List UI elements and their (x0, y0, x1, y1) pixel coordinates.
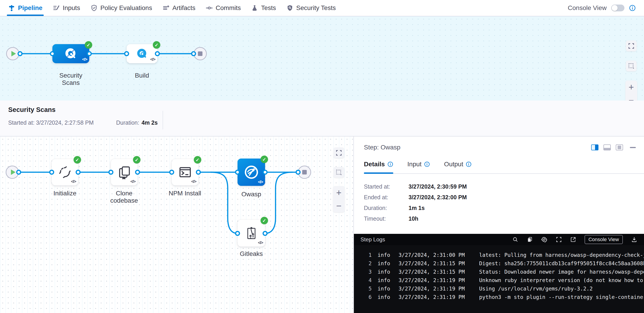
port (155, 51, 160, 56)
search-icon[interactable] (512, 237, 518, 243)
success-badge: ✓ (153, 41, 160, 49)
stage-info-title: Security Scans (8, 106, 644, 113)
log-level: info (378, 252, 392, 258)
play-icon (12, 51, 16, 56)
port (124, 51, 129, 56)
log-timestamp: 3/27/2024, 2:31:19 PM (398, 294, 464, 300)
step-card-clone-codebase[interactable]: ✓ </> (111, 159, 138, 185)
log-timestamp: 3/27/2024, 2:31:19 PM (398, 286, 464, 292)
tab-label: Output (444, 161, 463, 168)
minimize-panel-button[interactable] (630, 147, 636, 148)
console-view-button[interactable]: Console View (584, 235, 623, 244)
success-badge: ✓ (133, 156, 140, 164)
tab-security-tests[interactable]: Security Tests (286, 0, 336, 16)
detail-row: Timeout: 10h (364, 215, 644, 222)
detail-value: 10h (408, 215, 418, 222)
gitleaks-icon (244, 226, 259, 241)
layout-modal-view-button[interactable] (616, 144, 623, 150)
tab-pipeline[interactable]: Pipeline (8, 0, 42, 16)
port (76, 170, 80, 175)
log-level: info (378, 269, 392, 275)
terminal-icon (178, 165, 192, 179)
ci-stage-icon (64, 47, 78, 61)
zoom-in-button[interactable]: + (625, 80, 637, 94)
code-template-icon: </> (258, 179, 263, 185)
info-icon[interactable] (629, 4, 636, 11)
port (191, 51, 196, 56)
tab-inputs[interactable]: Inputs (53, 0, 80, 16)
tab-tests[interactable]: Tests (251, 0, 276, 16)
tab-artifacts[interactable]: Artifacts (162, 0, 196, 16)
console-view-toggle[interactable] (611, 4, 624, 11)
info-icon[interactable] (387, 161, 393, 167)
info-icon[interactable] (466, 161, 472, 167)
tab-details[interactable]: Details (364, 161, 393, 173)
step-card-gitleaks[interactable]: ✓ </> (238, 220, 265, 247)
step-canvas-fullscreen-button[interactable] (334, 147, 344, 158)
port (108, 170, 114, 175)
info-icon[interactable] (424, 161, 430, 167)
layout-right-icon (595, 145, 598, 150)
step-card-initialize[interactable]: ✓ </> (52, 159, 78, 185)
log-line: 5 info 3/27/2024, 2:31:19 PM Using /usr/… (354, 284, 644, 293)
layout-bottom-view-button[interactable] (604, 144, 611, 150)
step-logs-console[interactable]: 1 info 3/27/2024, 2:31:00 PM latest: Pul… (354, 245, 644, 313)
step-graph-canvas[interactable]: ✓ </> Initialize ✓ </> Clone codebase ✓ … (0, 136, 354, 313)
log-timestamp: 3/27/2024, 2:31:15 PM (398, 269, 464, 275)
step-detail-panel: Step: Owasp Details Input (354, 136, 644, 313)
detail-label: Timeout: (364, 215, 408, 222)
stage-graph-canvas[interactable]: ✓ </> Security Scans ✓ </> Build + − (0, 16, 644, 100)
detail-row: Ended at: 3/27/2024, 2:32:00 PM (364, 194, 644, 201)
initialize-icon (58, 165, 72, 179)
tab-label: Details (364, 161, 385, 168)
log-line: 2 info 3/27/2024, 2:31:15 PM Digest: sha… (354, 259, 644, 268)
open-external-icon[interactable] (570, 237, 576, 243)
stop-icon (302, 170, 307, 174)
download-icon[interactable] (631, 237, 637, 243)
port (262, 231, 268, 236)
zoom-out-button[interactable]: − (625, 94, 637, 100)
code-template-icon: </> (130, 179, 135, 184)
stage-label: Security Scans (50, 72, 91, 86)
top-navbar: Pipeline Inputs Policy Evaluations Artif… (0, 0, 644, 16)
tab-policy-evaluations[interactable]: Policy Evaluations (91, 0, 152, 16)
tab-commits[interactable]: Commits (206, 0, 241, 16)
fullscreen-icon (628, 43, 634, 49)
success-badge: ✓ (74, 156, 81, 164)
log-level: info (378, 286, 392, 292)
port (16, 170, 21, 175)
console-view-label: Console View (568, 4, 607, 11)
stage-card-build[interactable]: ✓ </> (126, 44, 157, 63)
layout-right-view-button[interactable] (591, 144, 598, 150)
stage-canvas-select-button[interactable] (626, 60, 637, 71)
detail-row: Duration: 1m 1s (364, 205, 644, 211)
settings-gear-icon[interactable] (541, 236, 548, 243)
log-line: 4 info 3/27/2024, 2:31:19 PM Unknown rub… (354, 276, 644, 284)
tab-input[interactable]: Input (408, 161, 430, 173)
zoom-in-button[interactable]: + (333, 186, 345, 199)
stage-duration-label: Duration: (116, 119, 139, 126)
pipeline-icon (8, 4, 15, 11)
tab-label: Tests (261, 4, 276, 11)
step-card-npm-install[interactable]: ✓ </> (172, 159, 198, 185)
stage-canvas-fullscreen-button[interactable] (626, 40, 637, 51)
port (169, 170, 174, 175)
port (135, 170, 140, 175)
copy-icon[interactable] (527, 237, 533, 243)
zoom-out-button[interactable]: − (333, 199, 345, 213)
success-badge: ✓ (260, 217, 268, 224)
step-card-owasp[interactable]: ✓ </> (238, 159, 265, 186)
tab-label: Commits (216, 4, 241, 11)
step-label: Clone codebase (101, 190, 147, 204)
log-level: info (378, 294, 392, 300)
stop-icon (198, 51, 202, 56)
step-label: Owasp (238, 191, 265, 198)
layout-bottom-icon (604, 148, 610, 150)
fullscreen-icon[interactable] (556, 237, 562, 243)
log-line-number: 2 (354, 261, 372, 266)
success-badge: ✓ (194, 156, 201, 164)
tab-output[interactable]: Output (444, 161, 472, 173)
layout-modal-icon (618, 146, 621, 149)
stage-card-security-scans[interactable]: ✓ </> (52, 44, 89, 63)
step-canvas-select-button[interactable] (334, 167, 344, 178)
